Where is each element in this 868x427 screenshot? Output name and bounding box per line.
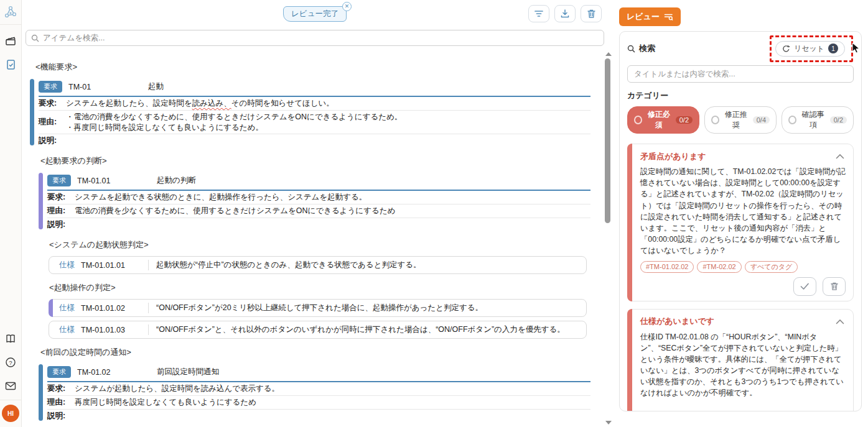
category-pill-count: 0/2 (676, 116, 693, 124)
requirement-block[interactable]: 要求 TM-01.01 起動の判断 要求:システムを起動できる状態のときに、起動… (39, 172, 590, 231)
review-card-body: 設定時間の通知に関して、TM-01.02.02では「設定時間が記憶されていない場… (640, 166, 846, 257)
trash-icon (830, 282, 839, 291)
category-pill[interactable]: 確認事項 0/2 (782, 106, 854, 134)
status-chip-label: レビュー完了 (291, 9, 338, 18)
requirement-block[interactable]: 要求 TM-01.02 前回設定時間通知 要求:システムが起動したら、設定時間を… (39, 364, 590, 423)
item-search (26, 30, 604, 46)
requirement-block[interactable]: 要求 TM-01 起動 要求:システムを起動したら、設定時間を読み込み、その時間… (30, 78, 590, 147)
field-label: 理由: (39, 117, 61, 127)
spec-row[interactable]: 仕様 TM-01.01.01 起動状態が“停止中”の状態のときのみ、起動できる状… (49, 256, 587, 274)
review-search-input[interactable] (627, 65, 854, 83)
requirement-title: 前回設定時間通知 (157, 367, 219, 377)
tag-pill[interactable]: すべてのタグ (745, 261, 798, 273)
sidebar-item-help[interactable]: ? (3, 355, 18, 370)
sidebar-item-docs[interactable] (3, 331, 18, 346)
card-top: 矛盾点があります (640, 150, 846, 162)
sidebar-item-document-check[interactable] (3, 57, 18, 72)
field-value: ・電池の消費を少なくするために、使用するときだけシステムをONにできるようにする… (66, 112, 402, 132)
download-button[interactable] (554, 5, 576, 22)
delete-button[interactable] (581, 5, 602, 22)
clapperboard-icon (5, 35, 16, 47)
review-card-title: 矛盾点があります (640, 151, 706, 162)
delete-card-button[interactable] (823, 277, 846, 296)
requirement-fields: 要求:システムを起動できる状態のときに、起動操作を行ったら、システムを起動する。… (47, 191, 590, 231)
field-label: 要求: (47, 192, 70, 203)
requirement-id: TM-01.02 (77, 368, 151, 377)
category-pill[interactable]: 修正推奨 0/4 (704, 106, 777, 134)
filter-button[interactable] (528, 5, 549, 22)
requirement-fields: 要求:システムを起動したら、設定時間を読み込み、その時間を知らせてほしい。理由:… (39, 97, 590, 147)
requirement-field-row: 説明: (47, 410, 590, 423)
category-pill-count: 0/4 (753, 116, 770, 124)
spec-badge: 仕様 (59, 260, 75, 270)
search-section-label: 検索 (627, 43, 655, 54)
field-value: システムを起動したら、設定時間を読み込み、その時間を知らせてほしい。 (66, 98, 334, 109)
search-icon (31, 34, 39, 42)
requirement-field-row: 理由:・電池の消費を少なくするために、使用するときだけシステムをONにできるよう… (39, 111, 590, 134)
scroll-up-arrow[interactable] (605, 52, 612, 56)
document-check-icon (6, 59, 16, 70)
book-icon (5, 334, 16, 344)
reset-button[interactable]: リセット 1 (775, 41, 845, 57)
chip-close-icon[interactable]: ✕ (342, 2, 352, 11)
approve-button[interactable] (793, 277, 816, 296)
review-card: 仕様があいまいです 仕様ID TM-02.01.08 の「“HOURボタン”、“… (627, 309, 854, 412)
trash-icon (587, 9, 596, 19)
section-heading: <起動要求の判断> (40, 155, 600, 167)
avatar-box: HI (0, 400, 21, 427)
field-label: 理由: (47, 397, 70, 408)
spec-text: “ON/OFFボタン”と、それ以外のボタンのいずれかが同時に押下された場合は、“… (156, 324, 565, 335)
tag-pill[interactable]: #TM-02.02 (697, 261, 741, 273)
section-heading: <前回の設定時間の通知> (40, 347, 600, 358)
review-card-tags: #TM-01.02.02#TM-02.02すべてのタグ (640, 261, 846, 273)
main-panel: レビュー完了 ✕ (22, 0, 613, 427)
review-card: 矛盾点があります 設定時間の通知に関して、TM-01.02.02では「設定時間が… (627, 144, 854, 301)
sidebar: ? HI (0, 0, 22, 427)
requirement-field-row: 説明: (47, 218, 590, 231)
logo-network-icon (4, 6, 17, 19)
spec-badge: 仕様 (59, 303, 75, 313)
reset-area: リセット 1 (775, 41, 845, 57)
collapse-button[interactable] (834, 150, 846, 162)
chevron-up-icon (836, 319, 844, 324)
collapse-button[interactable] (834, 316, 846, 328)
spec-divider (148, 324, 149, 335)
review-card-body: 仕様ID TM-02.01.08 の「“HOURボタン”、“MINボタン”、“S… (640, 331, 846, 412)
sidebar-item-mail[interactable] (3, 379, 18, 393)
mail-icon (5, 382, 16, 390)
app-logo[interactable] (0, 0, 21, 25)
review-list-search-icon (664, 13, 673, 21)
reset-count-badge: 1 (828, 44, 838, 53)
radio-icon (788, 116, 796, 124)
main-scrollbar (604, 52, 611, 425)
tag-pill[interactable]: #TM-01.02.02 (640, 261, 694, 273)
field-label: 説明: (39, 135, 61, 146)
field-label: 説明: (47, 219, 70, 230)
section-heading: <システムの起動状態判定> (49, 239, 600, 250)
scroll-down-arrow[interactable] (605, 421, 612, 425)
category-pills: 修正必須 0/2 修正推奨 0/4 確認事項 0/2 (627, 106, 854, 134)
category-pill[interactable]: 修正必須 0/2 (627, 106, 699, 134)
field-value: システムが起動したら、設定時間を読み込んで表示する。 (75, 383, 279, 394)
item-search-input[interactable] (43, 34, 599, 42)
filter-icon (534, 9, 544, 18)
status-chip[interactable]: レビュー完了 ✕ (283, 6, 347, 22)
avatar[interactable]: HI (2, 405, 19, 422)
download-icon (560, 9, 570, 19)
requirement-field-row: 説明: (39, 134, 590, 147)
field-value: 電池の消費を少なくするために、使用するときだけシステムをONにできるようにするた… (75, 206, 395, 216)
scrollbar-thumb[interactable] (605, 58, 610, 223)
field-label: 要求: (47, 383, 70, 394)
sidebar-item-clapperboard[interactable] (3, 34, 18, 48)
spec-row[interactable]: 仕様 TM-01.01.03 “ON/OFFボタン”と、それ以外のボタンのいずれ… (49, 321, 587, 339)
field-value: 再度同じ時間を設定しなくても良いようにするため (75, 397, 256, 408)
check-icon (800, 283, 810, 290)
requirement-title: 起動 (148, 81, 164, 92)
review-cards: 矛盾点があります 設定時間の通知に関して、TM-01.02.02では「設定時間が… (627, 144, 854, 411)
review-button[interactable]: レビュー (619, 7, 681, 26)
category-pill-label: 修正必須 (646, 109, 672, 131)
reset-label: リセット (794, 44, 824, 54)
chevron-up-icon (836, 154, 844, 159)
requirement-field-row: 理由:電池の消費を少なくするために、使用するときだけシステムをONにできるように… (47, 204, 590, 218)
spec-row[interactable]: 仕様 TM-01.01.02 “ON/OFFボタン”が20ミリ秒以上継続して押下… (49, 299, 587, 317)
